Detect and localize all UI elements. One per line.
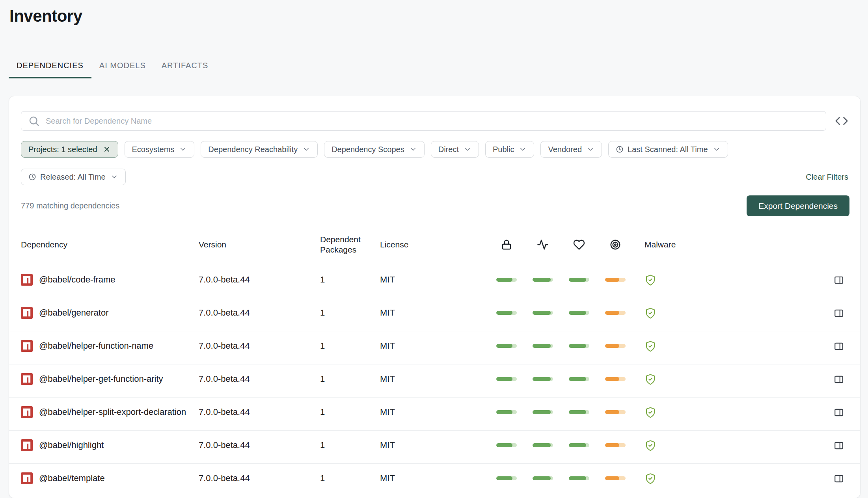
table-row[interactable]: @babel/helper-get-function-arity 7.0.0-b… [9, 364, 860, 397]
chevron-down-icon [587, 145, 594, 153]
npm-icon [21, 439, 33, 451]
vulnerability-score-bar [605, 476, 626, 480]
tab[interactable]: AI MODELS [91, 54, 154, 78]
license-cell: MIT [380, 274, 488, 286]
chevron-down-icon [409, 145, 417, 153]
open-side-panel-icon[interactable] [834, 275, 844, 285]
chevron-down-icon [519, 145, 527, 153]
search-box [21, 111, 826, 131]
dependency-cell: @babel/helper-function-name [21, 340, 199, 352]
dependency-name: @babel/helper-get-function-arity [39, 373, 194, 385]
dependent-packages-cell: 1 [320, 274, 380, 286]
table-row[interactable]: @babel/highlight 7.0.0-beta.44 1 MIT [9, 430, 860, 463]
filter-chip[interactable]: Dependency Reachability [201, 141, 318, 158]
dependency-cell: @babel/helper-split-export-declaration [21, 406, 199, 418]
quality-score-bar [533, 311, 553, 315]
shield-check-icon [644, 274, 656, 286]
filter-chip[interactable]: Ecosystems [125, 141, 195, 158]
dependency-cell: @babel/template [21, 472, 199, 484]
filter-chip-label: Last Scanned: All Time [628, 145, 708, 154]
tab-label: AI MODELS [99, 61, 146, 70]
version-cell: 7.0.0-beta.44 [199, 406, 320, 418]
open-side-panel-icon[interactable] [834, 440, 844, 451]
tab[interactable]: DEPENDENCIES [9, 54, 91, 78]
shield-check-icon [644, 473, 656, 485]
dependent-packages-cell: 1 [320, 439, 380, 451]
dependent-packages-cell: 1 [320, 373, 380, 385]
security-score-bar [496, 344, 517, 348]
filter-chip[interactable]: Public [485, 141, 534, 158]
filter-chip-label: Ecosystems [132, 145, 175, 154]
table-row[interactable]: @babel/code-frame 7.0.0-beta.44 1 MIT [9, 265, 860, 298]
chevron-down-icon [464, 145, 471, 153]
dependent-packages-cell: 1 [320, 472, 380, 484]
filter-chip[interactable]: Direct [431, 141, 479, 158]
filter-chip[interactable]: Last Scanned: All Time [608, 141, 728, 158]
quality-score-bar [533, 443, 553, 447]
tab-label: DEPENDENCIES [17, 61, 84, 70]
dependency-cell: @babel/helper-get-function-arity [21, 373, 199, 385]
chevron-down-icon [713, 145, 721, 153]
code-icon[interactable] [835, 114, 848, 128]
dependent-packages-cell: 1 [320, 340, 380, 352]
npm-icon [21, 373, 33, 385]
malware-status-cell [633, 274, 828, 288]
vulnerability-score-bar [605, 278, 626, 282]
npm-icon [21, 307, 33, 319]
column-header-version: Version [199, 240, 320, 250]
table-row[interactable]: @babel/helper-split-export-declaration 7… [9, 397, 860, 430]
malware-status-cell [633, 407, 828, 420]
open-side-panel-icon[interactable] [834, 374, 844, 385]
filter-chip[interactable]: Released: All Time [21, 169, 126, 185]
clear-filters-link[interactable]: Clear Filters [806, 173, 848, 182]
filter-chip-label: Projects: 1 selected [28, 145, 97, 154]
chevron-down-icon [110, 173, 118, 181]
tab-label: ARTIFACTS [162, 61, 209, 70]
open-side-panel-icon[interactable] [834, 308, 844, 318]
filter-bar: Clear Filters Projects: 1 selected Ecosy… [9, 131, 860, 185]
maintenance-score-bar [569, 311, 589, 315]
malware-status-cell [633, 440, 828, 453]
heart-icon [573, 239, 585, 251]
version-cell: 7.0.0-beta.44 [199, 307, 320, 319]
maintenance-score-bar [569, 476, 589, 480]
version-cell: 7.0.0-beta.44 [199, 472, 320, 484]
table-row[interactable]: @babel/helper-function-name 7.0.0-beta.4… [9, 331, 860, 364]
vulnerability-score-bar [605, 410, 626, 414]
tab[interactable]: ARTIFACTS [154, 54, 216, 78]
column-header-malware: Malware [633, 240, 828, 250]
table-row[interactable]: @babel/generator 7.0.0-beta.44 1 MIT [9, 298, 860, 331]
dependency-cell: @babel/generator [21, 307, 199, 319]
version-cell: 7.0.0-beta.44 [199, 373, 320, 385]
license-cell: MIT [380, 307, 488, 319]
content-panel: Clear Filters Projects: 1 selected Ecosy… [9, 96, 861, 498]
open-side-panel-icon[interactable] [834, 474, 844, 484]
shield-check-icon [644, 340, 656, 352]
security-score-bar [496, 410, 517, 414]
malware-status-cell [633, 307, 828, 321]
column-header-dependent-packages: Dependent Packages [320, 234, 380, 255]
clock-icon [28, 173, 36, 181]
shield-check-icon [644, 407, 656, 418]
maintenance-score-bar [569, 278, 589, 282]
vulnerability-score-bar [605, 377, 626, 381]
filter-chip[interactable]: Projects: 1 selected [21, 141, 118, 158]
filter-chip[interactable]: Vendored [540, 141, 602, 158]
version-cell: 7.0.0-beta.44 [199, 439, 320, 451]
quality-score-bar [533, 377, 553, 381]
dependency-name: @babel/code-frame [39, 274, 194, 286]
search-input[interactable] [21, 111, 826, 131]
filter-chip[interactable]: Dependency Scopes [324, 141, 425, 158]
license-cell: MIT [380, 472, 488, 484]
export-dependencies-button[interactable]: Export Dependencies [747, 195, 849, 216]
results-row: 779 matching dependencies Export Depende… [9, 185, 860, 216]
close-icon[interactable] [103, 145, 111, 153]
filter-chip-label: Dependency Reachability [208, 145, 298, 154]
open-side-panel-icon[interactable] [834, 341, 844, 351]
dependencies-table: Dependency Version Dependent Packages Li… [9, 224, 860, 496]
security-score-bar [496, 377, 517, 381]
open-side-panel-icon[interactable] [834, 407, 844, 418]
security-score-bar [496, 278, 517, 282]
license-cell: MIT [380, 439, 488, 451]
table-row[interactable]: @babel/template 7.0.0-beta.44 1 MIT [9, 463, 860, 496]
